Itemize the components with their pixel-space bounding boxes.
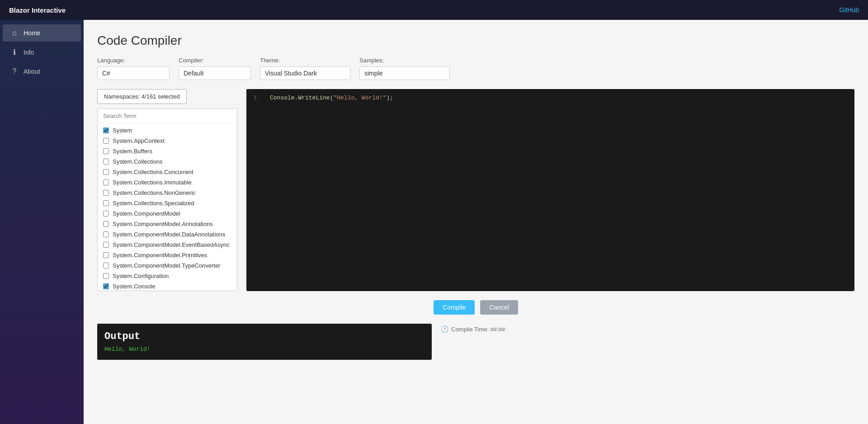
app-body: ⌂ Home ℹ Info ? About Code Compiler Lang… <box>0 20 868 424</box>
namespace-label: System.Collections <box>113 158 163 165</box>
sidebar-item-home[interactable]: ⌂ Home <box>3 24 81 42</box>
code-close-paren: ); <box>386 94 393 101</box>
namespace-item[interactable]: System.ComponentModel.TypeConverter <box>98 260 237 271</box>
compiler-group: Compiler: Default <box>179 57 251 80</box>
namespace-list: SystemSystem.AppContextSystem.BuffersSys… <box>98 123 237 291</box>
namespace-checkbox[interactable] <box>103 127 109 133</box>
compile-time-label: Compile Time: ##:## <box>451 326 505 333</box>
namespace-item[interactable]: System.Collections.Concurrent <box>98 167 237 177</box>
namespace-checkbox[interactable] <box>103 283 109 289</box>
output-title: Output <box>104 331 425 342</box>
namespace-checkbox[interactable] <box>103 221 109 227</box>
namespace-label: System.Buffers <box>113 148 152 155</box>
brand-title: Blazor Interactive <box>9 6 66 14</box>
namespace-checkbox[interactable] <box>103 242 109 248</box>
output-panel: Output Hello, World! <box>97 324 432 360</box>
code-method: Console.WriteLine <box>270 94 330 101</box>
namespace-panel: Namespaces: 4/161 selected SystemSystem.… <box>97 89 237 291</box>
controls-row: Language: C# Compiler: Default Theme: Vi… <box>97 57 854 80</box>
namespace-item[interactable]: System.Configuration <box>98 271 237 281</box>
namespace-checkbox[interactable] <box>103 263 109 269</box>
namespace-item[interactable]: System.Buffers <box>98 146 237 156</box>
namespace-checkbox[interactable] <box>103 148 109 154</box>
sidebar-item-info[interactable]: ℹ Info <box>3 43 81 61</box>
namespace-checkbox[interactable] <box>103 252 109 258</box>
topbar: Blazor Interactive GitHub <box>0 0 868 20</box>
namespaces-button[interactable]: Namespaces: 4/161 selected <box>97 89 187 104</box>
compile-row: Compile Cancel <box>97 300 854 315</box>
line-number: 1 <box>254 94 263 101</box>
namespace-label: System.Console <box>113 283 156 290</box>
compile-button[interactable]: Compile <box>434 300 475 315</box>
namespace-checkbox[interactable] <box>103 169 109 175</box>
namespace-label: System.ComponentModel <box>113 210 180 217</box>
code-line-1: 1 Console.WriteLine("Hello, World!"); <box>254 94 847 101</box>
sidebar-item-about-label: About <box>24 68 40 75</box>
github-link[interactable]: GitHub <box>839 6 859 14</box>
namespace-label: System.ComponentModel.EventBasedAsync <box>113 241 230 248</box>
main-content: Code Compiler Language: C# Compiler: Def… <box>84 20 868 424</box>
namespace-checkbox[interactable] <box>103 159 109 165</box>
namespace-search[interactable] <box>98 109 237 123</box>
page-title: Code Compiler <box>97 33 854 48</box>
samples-label: Samples: <box>359 57 450 64</box>
home-icon: ⌂ <box>10 29 19 37</box>
namespace-label: System.ComponentModel.Primitives <box>113 252 208 259</box>
language-label: Language: <box>97 57 170 64</box>
namespace-label: System.Collections.Immutable <box>113 179 192 186</box>
namespace-item[interactable]: System.Console <box>98 281 237 291</box>
namespace-item[interactable]: System.ComponentModel.Primitives <box>98 250 237 260</box>
namespace-label: System.ComponentModel.DataAnnotations <box>113 231 225 238</box>
namespace-checkbox[interactable] <box>103 190 109 196</box>
theme-group: Theme: Visual Studio Dark <box>260 57 350 80</box>
cancel-button[interactable]: Cancel <box>480 300 518 315</box>
namespace-item[interactable]: System.Collections.Immutable <box>98 177 237 188</box>
namespace-label: System.Collections.Concurrent <box>113 169 193 175</box>
namespace-checkbox[interactable] <box>103 179 109 185</box>
theme-label: Theme: <box>260 57 350 64</box>
namespace-item[interactable]: System.Collections <box>98 156 237 167</box>
sidebar-item-info-label: Info <box>24 49 34 56</box>
namespace-item[interactable]: System.ComponentModel.EventBasedAsync <box>98 240 237 250</box>
code-string: "Hello, World!" <box>333 94 386 101</box>
compile-time: 🕐 Compile Time: ##:## <box>441 324 505 333</box>
namespace-label: System.ComponentModel.TypeConverter <box>113 262 220 269</box>
editor-row: Namespaces: 4/161 selected SystemSystem.… <box>97 89 854 291</box>
namespace-checkbox[interactable] <box>103 273 109 279</box>
namespace-label: System.AppContext <box>113 137 165 144</box>
namespace-checkbox[interactable] <box>103 138 109 144</box>
output-text: Hello, World! <box>104 346 425 353</box>
namespace-checkbox[interactable] <box>103 231 109 237</box>
about-icon: ? <box>10 67 19 75</box>
namespace-item[interactable]: System <box>98 125 237 136</box>
namespace-label: System.Collections.NonGeneric <box>113 189 196 196</box>
namespace-item[interactable]: System.ComponentModel <box>98 208 237 219</box>
namespace-checkbox[interactable] <box>103 211 109 217</box>
output-row: Output Hello, World! 🕐 Compile Time: ##:… <box>97 324 854 360</box>
namespace-item[interactable]: System.Collections.NonGeneric <box>98 188 237 198</box>
namespace-list-container: SystemSystem.AppContextSystem.BuffersSys… <box>97 108 237 291</box>
namespace-item[interactable]: System.Collections.Specialized <box>98 198 237 208</box>
samples-select[interactable]: simple <box>359 66 450 80</box>
namespace-item[interactable]: System.AppContext <box>98 136 237 146</box>
theme-select[interactable]: Visual Studio Dark <box>260 66 350 80</box>
sidebar-item-about[interactable]: ? About <box>3 63 81 80</box>
namespace-label: System.Configuration <box>113 273 169 279</box>
compiler-label: Compiler: <box>179 57 251 64</box>
sidebar-item-home-label: Home <box>24 29 40 37</box>
compiler-select[interactable]: Default <box>179 66 251 80</box>
info-icon: ℹ <box>10 48 19 57</box>
namespace-label: System <box>113 127 132 134</box>
namespace-label: System.Collections.Specialized <box>113 200 194 207</box>
samples-group: Samples: simple <box>359 57 450 80</box>
sidebar: ⌂ Home ℹ Info ? About <box>0 20 84 424</box>
namespace-item[interactable]: System.ComponentModel.DataAnnotations <box>98 229 237 240</box>
clock-icon: 🕐 <box>441 325 448 333</box>
language-select[interactable]: C# <box>97 66 170 80</box>
namespace-item[interactable]: System.ComponentModel.Annotations <box>98 219 237 229</box>
code-content: Console.WriteLine("Hello, World!"); <box>270 94 847 101</box>
code-editor[interactable]: 1 Console.WriteLine("Hello, World!"); <box>246 89 854 291</box>
namespace-checkbox[interactable] <box>103 200 109 206</box>
namespace-label: System.ComponentModel.Annotations <box>113 221 213 227</box>
language-group: Language: C# <box>97 57 170 80</box>
